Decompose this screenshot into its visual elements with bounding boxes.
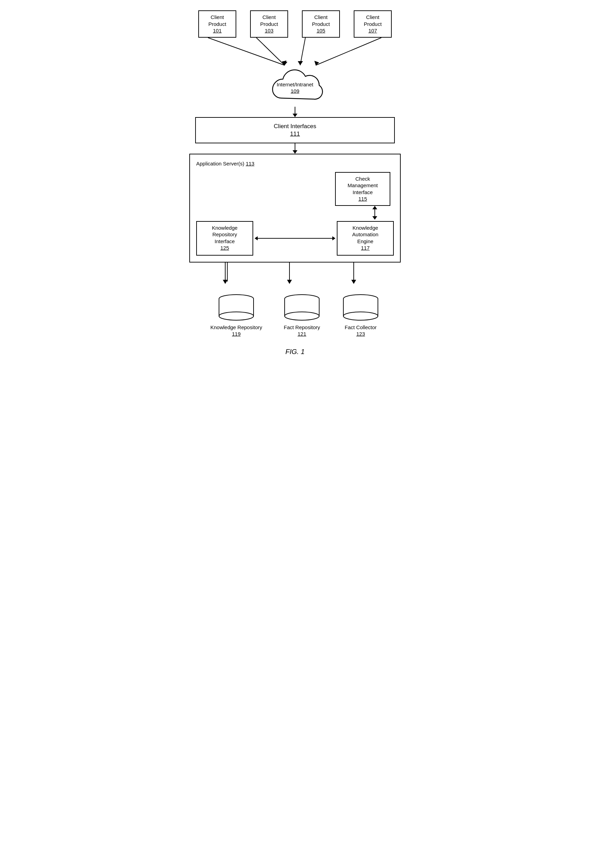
db-cylinder-121 [283, 294, 321, 321]
client-product-105: ClientProduct 105 [302, 10, 340, 38]
cmi-kae-line [375, 209, 375, 216]
client-product-107: ClientProduct 107 [354, 10, 392, 38]
cloud-svg [260, 69, 330, 107]
ci-to-appserver-arrow [293, 150, 297, 154]
knowledge-repository-db: Knowledge Repository 119 [210, 294, 262, 338]
cloud-to-ci-arrow [293, 114, 297, 117]
databases-row: Knowledge Repository 119 Fact Repository… [177, 294, 413, 338]
svg-line-2 [256, 38, 285, 65]
svg-marker-15 [351, 280, 356, 284]
ci-to-appserver-line [295, 143, 295, 150]
svg-line-0 [208, 38, 285, 65]
svg-point-25 [285, 312, 319, 320]
arrow-left-icon [255, 236, 258, 241]
client-to-cloud-arrows [177, 38, 413, 69]
client-interfaces-box: Client Interfaces 111 [195, 117, 395, 143]
knowledge-automation-engine-box: Knowledge Automation Engine 117 [337, 221, 394, 255]
cmi-kae-up-arrow [372, 206, 377, 209]
internet-cloud: Internet/Intranet 109 [260, 69, 330, 107]
fact-collector-db: Fact Collector 123 [342, 294, 380, 338]
db-cylinder-119 [217, 294, 255, 321]
client-product-101: Client Product 101 [198, 10, 236, 38]
h-line [258, 238, 332, 239]
cmi-kae-down-arrow [372, 216, 377, 220]
svg-marker-13 [287, 280, 292, 284]
figure-caption: FIG. 1 [285, 348, 305, 356]
diagram: Client Product 101 ClientProduct 103 Cli… [177, 7, 413, 356]
svg-point-30 [344, 312, 378, 320]
svg-marker-5 [298, 61, 303, 65]
svg-marker-11 [223, 280, 228, 284]
appserver-to-db-connectors [189, 263, 401, 287]
app-server-box: Application Server(s) 113 Check Manageme… [189, 154, 401, 263]
knowledge-repo-interface-box: Knowledge Repository Interface 125 [196, 221, 253, 255]
db-connector-svg [189, 263, 401, 287]
svg-line-6 [316, 38, 381, 65]
db-cylinder-123 [342, 294, 380, 321]
fact-repository-db: Fact Repository 121 [283, 294, 321, 338]
kri-kae-arrow [253, 236, 337, 241]
arrow-right-icon [332, 236, 335, 241]
cloud-to-ci-line [295, 107, 295, 114]
check-management-interface-box: Check Management Interface 115 [335, 172, 390, 206]
svg-point-20 [219, 312, 254, 320]
client-product-103: ClientProduct 103 [250, 10, 288, 38]
internet-cloud-wrapper: Internet/Intranet 109 [260, 69, 330, 107]
